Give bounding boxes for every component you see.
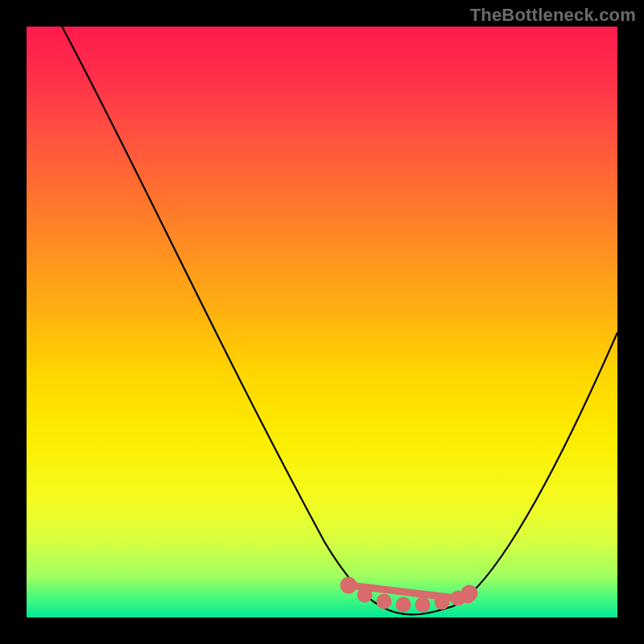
chart-curve [62, 27, 617, 614]
svg-point-1 [344, 580, 353, 590]
svg-point-6 [438, 598, 446, 606]
svg-point-4 [399, 601, 407, 609]
svg-point-8 [464, 588, 474, 598]
svg-point-2 [361, 591, 369, 599]
svg-point-7 [454, 594, 462, 602]
marker-group [344, 580, 474, 609]
chart-overlay [27, 27, 617, 617]
watermark-text: TheBottleneck.com [470, 5, 636, 26]
svg-point-3 [380, 597, 388, 605]
svg-point-5 [419, 601, 427, 609]
